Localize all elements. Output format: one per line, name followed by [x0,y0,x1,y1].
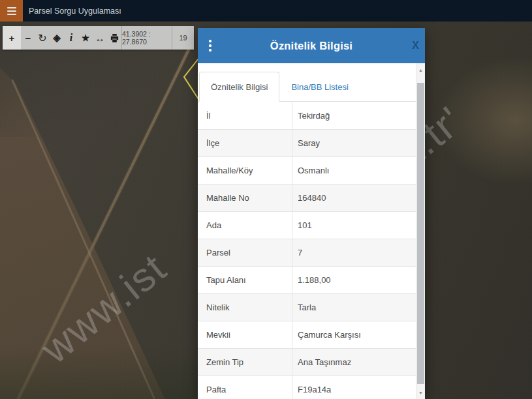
attribute-label: Mevkii [198,321,292,348]
attribute-value: 7 [292,239,416,266]
locate-button[interactable]: ◈ [50,26,64,50]
table-row: İlçe Saray [198,130,416,157]
parcel-query-app: www.ist t.tr' Parsel Sorgu Uygulaması + … [0,0,532,399]
attribute-info-modal: Öznitelik Bilgisi X Öznitelik Bilgisi Bi… [198,28,425,399]
toolbar-icon: i [70,32,72,44]
print-button[interactable] [107,26,121,50]
hamburger-icon [7,7,16,8]
table-row: Tapu Alanı 1.188,00 [198,267,416,294]
toolbar-icon: ↻ [38,32,46,44]
zoom-level-readout: 19 [172,26,194,50]
top-bar: Parsel Sorgu Uygulaması [0,0,532,22]
info-button[interactable]: i [64,26,78,50]
coordinates-readout: 41.3902 : 27.8670 [122,26,172,50]
attribute-value: F19a14a [292,376,416,399]
attribute-label: İlçe [198,130,292,156]
favorites-button[interactable]: ★ [78,26,93,50]
selected-parcel-outline [179,56,200,103]
attribute-value: 1.188,00 [292,267,416,293]
attribute-value: Tekirdağ [292,102,416,129]
pan-button[interactable]: ↔ [93,26,107,50]
attribute-value: 101 [292,212,416,239]
kebab-menu-button[interactable] [206,37,214,54]
zoom-in-button[interactable]: + [3,26,21,50]
attribute-label: Zemin Tip [198,349,292,376]
scroll-up-icon[interactable]: ▲ [416,65,425,74]
app-title: Parsel Sorgu Uygulaması [29,7,121,16]
table-row: Pafta F19a14a [198,376,416,399]
printer-icon [110,33,119,43]
modal-title: Öznitelik Bilgisi [270,40,352,52]
toolbar-icon: − [25,33,31,44]
toolbar-icon: + [9,33,15,44]
kebab-icon [209,40,211,42]
modal-scrollbar[interactable]: ▲ ▼ [416,63,425,399]
attribute-table: İl Tekirdağ İlçe Saray Mahalle/Köy Osman… [198,102,416,399]
table-row: Mahalle/Köy Osmanlı [198,157,416,185]
attribute-value: Tarla [292,294,416,321]
table-row: Nitelik Tarla [198,294,416,321]
attribute-value: Saray [292,130,416,156]
modal-header: Öznitelik Bilgisi X [198,28,425,63]
table-row: Mahalle No 164840 [198,185,416,212]
tab[interactable]: Bina/BB Listesi [279,72,360,102]
attribute-label: Mahalle/Köy [198,157,292,184]
attribute-label: Pafta [198,376,292,399]
toolbar-icon: ◈ [53,32,61,44]
close-icon[interactable]: X [412,40,419,52]
attribute-value: Osmanlı [292,157,416,184]
refresh-button[interactable]: ↻ [35,26,50,50]
tab[interactable]: Öznitelik Bilgisi [199,72,279,102]
attribute-label: Tapu Alanı [198,267,292,293]
attribute-value: Çamurca Karşısı [292,321,416,348]
attribute-label: Mahalle No [198,185,292,211]
scroll-down-icon[interactable]: ▼ [416,388,425,397]
table-row: İl Tekirdağ [198,102,416,130]
zoom-out-button[interactable]: − [21,26,35,50]
modal-body: Öznitelik Bilgisi Bina/BB Listesi İl Tek… [198,63,425,399]
toolbar-icon: ↔ [95,33,105,44]
attribute-label: İl [198,102,292,129]
tab-bar: Öznitelik Bilgisi Bina/BB Listesi [198,71,416,102]
attribute-value: 164840 [292,185,416,211]
attribute-value: Ana Taşınmaz [292,349,416,376]
attribute-label: Parsel [198,239,292,266]
table-row: Zemin Tip Ana Taşınmaz [198,349,416,376]
table-row: Parsel 7 [198,239,416,267]
attribute-label: Ada [198,212,292,239]
scrollbar-thumb[interactable] [417,83,424,384]
table-row: Ada 101 [198,212,416,239]
toolbar-icon: ★ [82,33,90,43]
attribute-label: Nitelik [198,294,292,321]
table-row: Mevkii Çamurca Karşısı [198,321,416,349]
hamburger-menu-button[interactable] [0,0,23,22]
map-toolbar: + − ↻ ◈ [3,26,194,50]
